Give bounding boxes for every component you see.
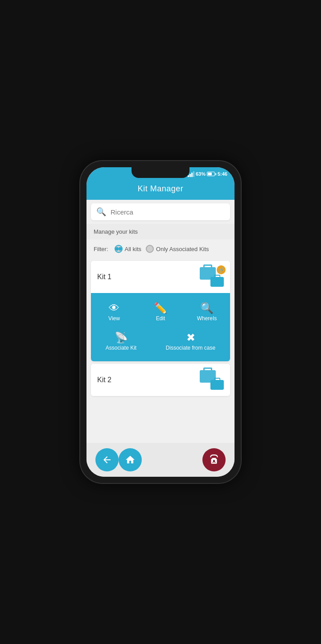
back-icon <box>102 454 112 465</box>
kit-card-2: Kit 2 <box>91 364 230 396</box>
kit-card-1: Kit 1 🔗 👁 View ✏️ <box>91 261 230 361</box>
edit-label: Edit <box>156 315 165 322</box>
whereis-icon: 🔍 <box>200 303 214 314</box>
filter-row: Filter: All kits Only Associated Kits <box>86 239 235 258</box>
manage-label: Manage your kits <box>86 224 235 239</box>
kit-signal-icon <box>208 454 220 466</box>
app-title: Kit Manager <box>138 184 184 193</box>
phone-frame: 4G 63% 5:46 Kit Manager <box>80 161 241 483</box>
associate-kit-label: Associate Kit <box>106 345 136 351</box>
bottom-nav <box>86 443 235 477</box>
filter-associated-kits[interactable]: Only Associated Kits <box>146 245 209 253</box>
filter-options: All kits Only Associated Kits <box>115 245 209 253</box>
kit-1-action-panel: 👁 View ✏️ Edit 🔍 WhereIs <box>91 293 230 361</box>
associate-icon: 📡 <box>115 332 128 343</box>
whereis-label: WhereIs <box>197 315 217 322</box>
kit-1-link-badge: 🔗 <box>217 265 226 274</box>
filter-all-label: All kits <box>125 246 142 252</box>
view-action[interactable]: 👁 View <box>96 300 132 324</box>
back-button[interactable] <box>95 448 119 471</box>
kit-signal-button[interactable] <box>202 448 226 471</box>
action-row-1: 👁 View ✏️ Edit 🔍 WhereIs <box>91 297 230 327</box>
kit-card-2-header[interactable]: Kit 2 <box>91 364 230 396</box>
action-row-2: 📡 Associate Kit ✖ Dissociate from case <box>91 327 230 356</box>
app-header: Kit Manager <box>86 180 235 200</box>
dissociate-icon: ✖ <box>186 332 195 343</box>
edit-icon: ✏️ <box>154 303 167 314</box>
content-area: 🔍 Manage your kits Filter: All kits <box>86 200 235 443</box>
whereis-action[interactable]: 🔍 WhereIs <box>189 300 225 324</box>
battery-percent: 63% <box>196 171 206 177</box>
home-button[interactable] <box>119 448 142 471</box>
battery-icon <box>207 172 216 176</box>
home-icon <box>125 454 136 465</box>
kit-2-icon <box>200 370 224 390</box>
kit-card-1-header[interactable]: Kit 1 🔗 <box>91 261 230 293</box>
search-bar[interactable]: 🔍 <box>91 203 230 220</box>
radio-associated-indicator <box>146 245 154 253</box>
dissociate-label: Dissociate from case <box>166 345 215 351</box>
edit-action[interactable]: ✏️ Edit <box>143 300 178 324</box>
associate-kit-action[interactable]: 📡 Associate Kit <box>103 330 139 354</box>
search-icon: 🔍 <box>96 207 106 217</box>
kit-1-icon: 🔗 <box>200 267 224 287</box>
radio-all-kits-indicator <box>115 245 123 253</box>
filter-label: Filter: <box>94 246 108 252</box>
phone-screen: 4G 63% 5:46 Kit Manager <box>86 167 235 477</box>
filter-all-kits[interactable]: All kits <box>115 245 142 253</box>
phone-notch <box>132 167 189 178</box>
view-label: View <box>108 315 120 322</box>
clock: 5:46 <box>218 171 227 177</box>
svg-rect-1 <box>212 458 216 459</box>
filter-associated-label: Only Associated Kits <box>156 246 209 252</box>
kit-1-name: Kit 1 <box>97 273 111 281</box>
dissociate-action[interactable]: ✖ Dissociate from case <box>163 330 218 354</box>
search-input[interactable] <box>111 208 225 216</box>
kit-2-name: Kit 2 <box>97 376 111 384</box>
view-icon: 👁 <box>109 303 119 314</box>
